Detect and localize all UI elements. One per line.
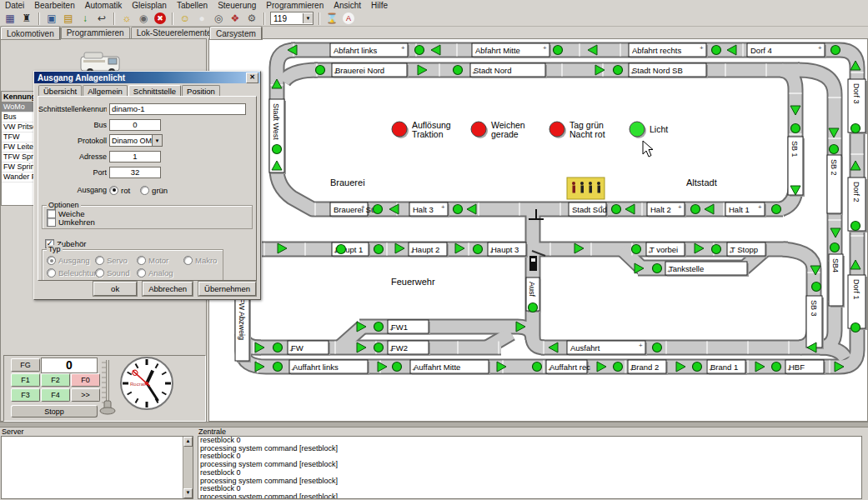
- dialog-tab-bersicht[interactable]: Übersicht: [38, 85, 82, 96]
- sensor-indicator[interactable]: [830, 243, 840, 252]
- sensor-indicator[interactable]: [693, 362, 702, 372]
- menu-item-programmieren[interactable]: Programmieren: [261, 1, 329, 10]
- find-loco-icon[interactable]: ◎: [210, 12, 227, 25]
- pushbutton[interactable]: [630, 122, 645, 137]
- sensor-indicator[interactable]: [712, 245, 721, 254]
- pushbutton[interactable]: [392, 122, 407, 137]
- menu-item-datei[interactable]: Datei: [0, 1, 29, 10]
- dialog-tab-schnittstelle[interactable]: Schnittstelle: [128, 85, 181, 97]
- open-folder-icon[interactable]: ▤: [60, 12, 77, 25]
- list-item[interactable]: FW Sprint: [2, 162, 36, 172]
- list-item[interactable]: VW Pritsch: [2, 122, 36, 132]
- sensor-indicator[interactable]: [374, 322, 384, 332]
- sensor-indicator[interactable]: [772, 205, 781, 214]
- radio-ausgang[interactable]: Ausgang: [47, 256, 95, 265]
- save-icon[interactable]: ↓: [77, 12, 93, 25]
- sensor-indicator[interactable]: [415, 46, 424, 55]
- f-button-f3[interactable]: F3: [11, 388, 40, 402]
- menu-item-steuerung[interactable]: Steuerung: [213, 1, 261, 10]
- menu-item-bearbeiten[interactable]: Bearbeiten: [29, 1, 79, 10]
- layout-icon[interactable]: ❖: [227, 12, 243, 25]
- monitor-query-icon[interactable]: ▣: [43, 12, 60, 25]
- clock-tool-icon[interactable]: ⌛: [324, 12, 340, 25]
- menu-item-hilfe[interactable]: Hilfe: [366, 1, 393, 10]
- query-loco-icon[interactable]: ◉: [135, 12, 152, 25]
- tab-carsystem[interactable]: Carsystem: [210, 27, 262, 39]
- sensor-indicator[interactable]: [691, 205, 700, 214]
- horizontal-splitter[interactable]: [0, 422, 868, 428]
- radio-motor[interactable]: Motor: [137, 256, 183, 265]
- menu-item-gleisplan[interactable]: Gleisplan: [127, 1, 172, 10]
- log-book-icon[interactable]: A: [343, 12, 354, 24]
- stop-button[interactable]: Stopp: [11, 405, 98, 418]
- emergency-stop-icon[interactable]: ✖: [154, 12, 166, 24]
- sensor-indicator[interactable]: [316, 66, 325, 75]
- auto-mode-icon[interactable]: ☺: [177, 12, 193, 25]
- field-protokoll[interactable]: Dinamo OM32▼: [109, 134, 163, 147]
- f-button-f4[interactable]: F4: [41, 388, 70, 402]
- sensor-indicator[interactable]: [772, 362, 781, 372]
- sensor-indicator[interactable]: [831, 46, 840, 55]
- scroll-up-icon[interactable]: ▲: [183, 437, 193, 447]
- sensor-indicator[interactable]: [374, 205, 383, 214]
- radio-rot[interactable]: rot: [109, 186, 130, 195]
- sensor-indicator[interactable]: [529, 303, 538, 312]
- sensor-indicator[interactable]: [374, 343, 384, 352]
- loco-select[interactable]: 119▼: [270, 12, 314, 25]
- dialog-tab-allgemein[interactable]: Allgemein: [83, 85, 128, 96]
- field-adresse[interactable]: 1: [109, 151, 161, 162]
- tab-lok-steuerelemente[interactable]: Lok-Steuerelemente: [131, 27, 218, 38]
- list-item[interactable]: Wander F: [2, 172, 36, 182]
- chevron-down-icon[interactable]: ▼: [303, 13, 313, 23]
- menu-item-ansicht[interactable]: Ansicht: [329, 1, 366, 10]
- sensor-indicator[interactable]: [812, 282, 821, 292]
- dialog-tab-position[interactable]: Position: [182, 85, 220, 96]
- sensor-indicator[interactable]: [554, 46, 563, 55]
- routes-icon[interactable]: ⚙: [243, 12, 260, 25]
- sensor-indicator[interactable]: [791, 124, 800, 133]
- scroll-down-icon[interactable]: ▼: [183, 488, 193, 498]
- f-button-f1[interactable]: F1: [11, 373, 40, 387]
- close-icon[interactable]: ✕: [246, 72, 258, 83]
- checkbox-umkehren[interactable]: Umkehren: [47, 218, 95, 227]
- tab-programmieren[interactable]: Programmieren: [61, 27, 130, 38]
- menu-item-tabellen[interactable]: Tabellen: [172, 1, 213, 10]
- f-button-[interactable]: >>: [71, 388, 100, 402]
- sensor-indicator[interactable]: [393, 362, 402, 372]
- sensor-indicator[interactable]: [273, 343, 283, 352]
- gleisplan-icon[interactable]: ▦: [2, 12, 18, 25]
- sensor-indicator[interactable]: [632, 245, 641, 254]
- lamp-icon[interactable]: ☼: [118, 12, 135, 25]
- pushbutton[interactable]: [549, 122, 564, 137]
- list-item[interactable]: FW Leiter: [2, 142, 36, 152]
- list-item[interactable]: WoMo: [2, 102, 36, 112]
- sensor-indicator[interactable]: [851, 124, 860, 133]
- field-port[interactable]: 32: [109, 167, 161, 178]
- sensor-indicator[interactable]: [851, 222, 860, 231]
- abbrechen-button[interactable]: Abbrechen: [143, 282, 193, 296]
- undo-icon[interactable]: ↩: [93, 12, 110, 25]
- field-schnittstellenkennung[interactable]: dinamo-1: [109, 103, 246, 115]
- radio-makro[interactable]: Makro: [183, 256, 220, 265]
- sensor-indicator[interactable]: [374, 245, 384, 254]
- f-button-f0[interactable]: F0: [71, 373, 100, 387]
- fg-button[interactable]: FG: [11, 358, 40, 372]
- idle-icon[interactable]: ●: [193, 12, 210, 25]
- bernehmen-button[interactable]: Übernehmen: [198, 282, 256, 296]
- list-item[interactable]: Bus: [2, 112, 36, 122]
- sensor-indicator[interactable]: [273, 362, 283, 372]
- sensor-indicator[interactable]: [474, 245, 483, 254]
- dialog-titlebar[interactable]: Ausgang Anlagenlicht ✕: [34, 72, 260, 83]
- menu-item-automatik[interactable]: Automatik: [80, 1, 127, 10]
- sensor-indicator[interactable]: [533, 362, 542, 372]
- radio-beleuchtung[interactable]: Beleuchtung: [47, 268, 95, 278]
- pushbutton[interactable]: [471, 122, 486, 137]
- radio-gr-n[interactable]: grün: [140, 186, 168, 195]
- sensor-indicator[interactable]: [851, 323, 860, 332]
- sensor-indicator[interactable]: [273, 145, 282, 154]
- ok-button[interactable]: ok: [93, 282, 137, 296]
- server-scrollbar[interactable]: ▲ ▼: [183, 437, 193, 498]
- f-button-f2[interactable]: F2: [41, 373, 70, 387]
- list-item[interactable]: TFW: [2, 132, 36, 142]
- sensor-indicator[interactable]: [712, 46, 721, 55]
